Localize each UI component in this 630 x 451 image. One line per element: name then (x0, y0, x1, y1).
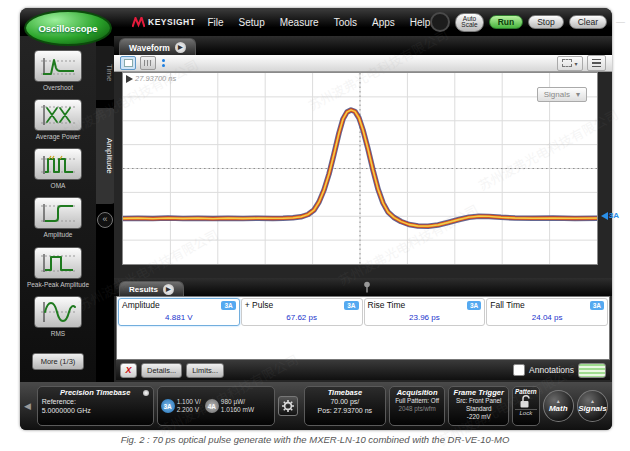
tab-time[interactable]: Time (96, 46, 115, 100)
chevron-down-icon: ▾ (576, 90, 580, 99)
menu-apps[interactable]: Apps (372, 17, 395, 28)
oma-icon (39, 151, 77, 177)
collapse-sidebar-icon[interactable]: « (97, 212, 113, 228)
channel-scale: 1.100 V/ (177, 398, 201, 406)
measurement-sidebar: Overshoot Average Power OMA (20, 36, 96, 382)
menu-tools[interactable]: Tools (334, 17, 357, 28)
results-tab-menu-icon[interactable]: ▶ (163, 284, 174, 295)
measurement-cell-rise-time[interactable]: Rise Time3A 23.96 ps (364, 298, 486, 326)
acquisition-points: 2048 pts/wfm (394, 405, 441, 413)
sidebar-item-overshoot[interactable]: Overshoot (23, 50, 93, 92)
touch-icon[interactable] (430, 12, 450, 32)
stop-button[interactable]: Stop (528, 15, 564, 30)
sidebar-item-rms[interactable]: RMS (23, 296, 93, 338)
titlebar: Oscilloscope KEYSIGHT File Setup Measure… (20, 8, 612, 36)
selection-rect-icon (562, 59, 572, 67)
tab-waveform[interactable]: Waveform ▶ (119, 38, 196, 56)
details-button[interactable]: Details... (141, 363, 182, 378)
menu-setup[interactable]: Setup (239, 17, 265, 28)
annotations-label: Annotations (529, 365, 574, 375)
acquisition-panel[interactable]: Acquisition Full Pattern: Off 2048 pts/w… (389, 386, 446, 426)
menu-file[interactable]: File (207, 17, 223, 28)
tiled-display-button[interactable] (140, 56, 156, 70)
more-options-icon[interactable] (162, 59, 165, 67)
sidebar-item-label: Peak-Peak Amplitude (23, 281, 93, 289)
waveform-plot[interactable]: 27.93700 ns Signals ▾ 3A (122, 72, 598, 265)
source-badge: 3A (590, 301, 604, 310)
channel-ground-marker[interactable]: 3A (601, 211, 619, 220)
settings-button[interactable] (278, 396, 298, 416)
timebase-panel[interactable]: Timebase 70.00 ps/ Pos: 27.93700 ns (304, 386, 386, 426)
annotations-color-button[interactable] (578, 363, 606, 378)
tab-amplitude[interactable]: Amplitude (96, 108, 115, 204)
waveform-toolbar: ▾ (114, 55, 612, 72)
menu-icon[interactable] (587, 55, 606, 71)
status-led-icon (143, 390, 149, 396)
oscilloscope-app-window: Oscilloscope KEYSIGHT File Setup Measure… (20, 8, 612, 430)
pattern-title: Pattern (515, 388, 537, 395)
frame-trigger-level: -220 mV (453, 413, 504, 421)
signals-dropdown-label: Signals (544, 90, 570, 99)
source-badge: 3A (467, 301, 481, 310)
results-tab-label: Results (129, 285, 158, 294)
precision-timebase-panel[interactable]: Precision Timebase Reference: 5.0000000 … (37, 386, 154, 426)
auto-scale-button[interactable]: Auto Scale (455, 13, 483, 32)
status-scroll-left-icon[interactable]: ◀ (24, 401, 34, 411)
minimize-button[interactable]: — (616, 17, 625, 27)
sidebar-item-label: Overshoot (23, 84, 93, 92)
measurement-name: Fall Time (490, 300, 524, 310)
sidebar-item-average-power[interactable]: Average Power (23, 99, 93, 141)
annotations-checkbox[interactable] (513, 364, 525, 376)
main-content: Waveform ▶ ▾ 27.93700 ns (114, 36, 612, 382)
sidebar-item-amplitude[interactable]: Amplitude (23, 197, 93, 239)
sidebar-item-peak-peak-amplitude[interactable]: Peak-Peak Amplitude (23, 247, 93, 289)
math-button[interactable]: ▲ Math (543, 390, 574, 422)
measurement-cell-pulse[interactable]: + Pulse3A 67.62 ps (241, 298, 363, 326)
signals-dropdown[interactable]: Signals ▾ (537, 87, 587, 102)
frame-trigger-mode: Standard (453, 405, 504, 413)
pattern-lock-panel[interactable]: Pattern Lock (512, 386, 540, 426)
single-display-icon (124, 59, 133, 67)
sidebar-item-label: Amplitude (23, 231, 93, 239)
amplitude-icon (39, 200, 77, 226)
zoom-select-tool-button[interactable]: ▾ (557, 56, 583, 71)
brand-label: KEYSIGHT (148, 17, 195, 27)
measurement-value: 23.96 ps (368, 313, 482, 322)
frame-trigger-panel[interactable]: Frame Trigger Src: Front Panel Standard … (448, 386, 509, 426)
channel-3a-readout[interactable]: 3A 1.100 V/ 2.200 V (161, 398, 201, 414)
limits-button[interactable]: Limits... (186, 363, 224, 378)
measurement-name: Rise Time (368, 300, 406, 310)
measurement-name: Amplitude (122, 300, 160, 310)
measurement-value: 24.04 ps (490, 313, 604, 322)
menu-measure[interactable]: Measure (280, 17, 319, 28)
measurement-value: 4.881 V (122, 313, 236, 322)
oscilloscope-logo[interactable]: Oscilloscope (24, 10, 112, 46)
marker-triangle-icon (601, 212, 608, 220)
frame-trigger-title: Frame Trigger (453, 388, 504, 397)
delete-measurement-button[interactable]: X (120, 363, 137, 378)
waveform-tabbar: Waveform ▶ (114, 36, 612, 55)
source-badge: 3A (221, 301, 235, 310)
auto-scale-line2: Scale (461, 22, 477, 29)
pin-icon[interactable] (363, 281, 371, 293)
sidebar-item-oma[interactable]: OMA (23, 148, 93, 190)
tab-results[interactable]: Results ▶ (119, 281, 184, 297)
precision-timebase-title: Precision Timebase (42, 388, 149, 397)
measurement-cell-fall-time[interactable]: Fall Time3A 24.04 ps (486, 298, 608, 326)
page: 苏州波弗光电科技有限公司 苏州波弗光电科技有限公司 苏州波弗光电科技有限公司 苏… (0, 0, 630, 451)
frame-trigger-source: Src: Front Panel (453, 397, 504, 405)
channels-panel[interactable]: 3A 1.100 V/ 2.200 V 4A 980 µW/ 1.0160 mW (157, 386, 276, 426)
acquisition-title: Acquisition (394, 388, 441, 397)
channel-4a-readout[interactable]: 4A 980 µW/ 1.0160 mW (205, 398, 254, 414)
run-button[interactable]: Run (489, 15, 524, 30)
signals-button[interactable]: ▲ Signals (577, 390, 608, 422)
category-tabstrip: Time Amplitude « (96, 36, 114, 382)
single-display-button[interactable] (120, 56, 136, 70)
acquisition-pattern: Full Pattern: Off (394, 397, 441, 405)
more-measurements-button[interactable]: More (1/3) (32, 353, 85, 370)
menu-help[interactable]: Help (410, 17, 431, 28)
measurement-cell-amplitude[interactable]: Amplitude3A 4.881 V (118, 298, 240, 326)
clear-button[interactable]: Clear (569, 15, 607, 30)
measurement-name: + Pulse (245, 300, 274, 310)
waveform-tab-menu-icon[interactable]: ▶ (175, 42, 186, 53)
